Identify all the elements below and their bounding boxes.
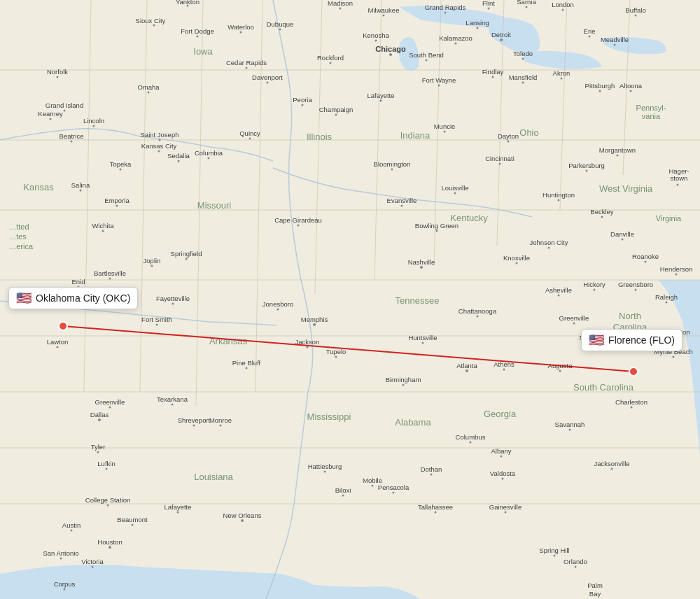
okc-label: Oklahoma City (OKC) [36,293,130,304]
svg-text:Fort Wayne: Fort Wayne [422,76,456,84]
svg-text:Detroit: Detroit [491,31,511,38]
svg-text:Valdosta: Valdosta [490,470,516,477]
svg-point-229 [470,442,472,444]
svg-text:Erie: Erie [584,27,596,35]
svg-point-52 [488,8,490,10]
svg-point-223 [220,425,222,427]
svg-text:vania: vania [642,112,661,120]
svg-text:Hickory: Hickory [583,281,606,288]
svg-point-108 [561,78,563,80]
svg-point-140 [116,205,118,207]
svg-text:Morgantown: Morgantown [599,146,636,154]
svg-point-50 [444,12,447,14]
svg-point-86 [64,110,66,112]
svg-point-265 [505,512,507,514]
svg-point-148 [601,216,603,218]
svg-point-171 [277,309,279,311]
svg-text:Henderson: Henderson [660,265,692,273]
svg-point-78 [477,27,479,29]
svg-text:Shreveport: Shreveport [178,416,211,424]
svg-text:Hattiesburg: Hattiesburg [308,463,342,470]
svg-text:Rockford: Rockford [317,54,344,62]
svg-text:Jacksonville: Jacksonville [594,460,629,467]
svg-point-167 [151,265,153,267]
svg-text:Huntington: Huntington [542,191,575,199]
svg-text:Pittsburgh: Pittsburgh [585,82,615,90]
svg-text:Wichita: Wichita [92,222,114,230]
svg-point-181 [477,316,479,318]
svg-point-90 [71,141,73,143]
svg-point-74 [455,43,457,45]
svg-text:Mansfield: Mansfield [509,73,538,81]
svg-text:Beckley: Beckley [590,208,614,216]
svg-point-44 [279,29,281,31]
svg-point-257 [132,524,134,526]
svg-point-48 [383,15,385,17]
svg-point-271 [92,566,94,568]
svg-point-217 [631,407,633,409]
svg-point-114 [159,139,161,141]
svg-point-185 [594,289,596,291]
svg-point-122 [178,160,180,162]
svg-point-72 [426,59,428,62]
svg-point-128 [391,169,393,171]
svg-point-110 [599,90,601,92]
svg-text:Kansas: Kansas [23,182,54,192]
svg-point-243 [430,474,433,476]
svg-point-136 [444,131,446,133]
svg-point-235 [106,468,108,470]
svg-text:Columbus: Columbus [456,433,486,441]
svg-point-40 [197,36,199,38]
svg-point-193 [573,323,575,325]
svg-text:Springfield: Springfield [171,250,202,258]
svg-point-146 [558,199,560,202]
svg-text:Norfolk: Norfolk [47,68,68,76]
svg-text:...tted: ...tted [10,223,29,231]
svg-text:Victoria: Victoria [81,558,104,565]
svg-text:Lawton: Lawton [47,338,69,346]
svg-text:Savannah: Savannah [555,421,585,428]
svg-point-251 [372,485,374,487]
svg-text:Joplin: Joplin [144,257,161,265]
svg-text:Raleigh: Raleigh [655,293,678,301]
svg-text:Kenosha: Kenosha [363,31,389,39]
svg-point-120 [208,157,210,160]
svg-point-98 [335,114,337,116]
svg-text:Bowling Green: Bowling Green [415,222,458,230]
svg-text:Columbia: Columbia [195,149,223,157]
svg-text:Iowa: Iowa [193,46,213,57]
svg-text:Bartlesville: Bartlesville [94,269,126,277]
svg-point-58 [635,15,637,17]
svg-text:Charleston: Charleston [615,398,648,406]
svg-point-215 [673,356,675,358]
svg-point-84 [614,44,616,46]
svg-point-241 [500,456,503,458]
svg-point-221 [193,425,195,427]
svg-point-247 [611,468,613,470]
svg-text:Cedar Rapids: Cedar Rapids [226,59,267,66]
svg-text:Austin: Austin [62,521,80,529]
svg-point-169 [186,258,188,260]
svg-point-267 [71,530,73,532]
svg-point-211 [559,370,561,372]
svg-point-295 [629,367,638,376]
svg-text:Akron: Akron [553,69,570,77]
svg-point-203 [335,356,337,358]
svg-point-46 [340,8,342,10]
svg-text:Quincy: Quincy [239,129,260,137]
svg-point-294 [59,322,67,330]
svg-text:Meadville: Meadville [601,36,629,43]
svg-text:Beaumont: Beaumont [117,516,148,523]
svg-point-225 [402,384,405,386]
svg-point-281 [64,589,66,591]
svg-text:Lufkin: Lufkin [97,460,115,467]
svg-text:Muncie: Muncie [434,122,456,130]
svg-point-92 [93,125,95,127]
svg-point-277 [575,566,577,568]
map-container: Iowa Kansas Missouri Illinois Indiana Oh… [0,0,700,599]
svg-text:Fayetteville: Fayetteville [156,295,190,302]
svg-point-150 [102,230,104,232]
svg-point-162 [622,239,624,241]
svg-text:Indiana: Indiana [400,130,430,141]
svg-text:Yankton: Yankton [176,0,200,6]
